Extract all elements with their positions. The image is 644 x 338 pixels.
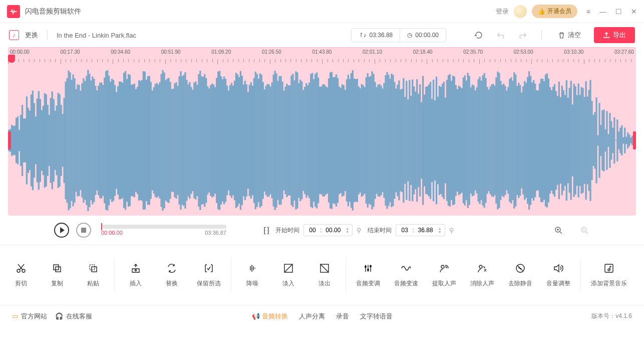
end-ss-input[interactable] <box>416 227 435 234</box>
tool-label: 粘贴 <box>87 279 99 288</box>
start-ss-input[interactable] <box>324 227 343 234</box>
zoom-in-button[interactable] <box>553 225 564 236</box>
selection-duration-box[interactable]: ↾♪ 03:36.88 <box>352 29 400 42</box>
svg-rect-293 <box>446 80 448 201</box>
svg-rect-281 <box>428 84 430 196</box>
footer-link[interactable]: 录音 <box>336 312 349 321</box>
refresh-button[interactable] <box>472 29 485 42</box>
vip-button[interactable]: 👍 开通会员 <box>532 5 577 18</box>
svg-rect-194 <box>298 83 299 198</box>
official-site-link[interactable]: ▭ 官方网站 <box>12 312 47 321</box>
svg-rect-109 <box>171 89 172 192</box>
svg-rect-191 <box>293 80 295 201</box>
cursor-time-box[interactable]: ◷ 00:00.00 <box>400 29 446 42</box>
tool-cut[interactable]: 剪切 <box>10 262 32 288</box>
tool-fade-out[interactable]: 淡出 <box>313 262 336 288</box>
tool-pitch[interactable]: 音频变调 <box>356 262 380 288</box>
svg-rect-11 <box>25 118 26 162</box>
svg-rect-115 <box>180 71 181 210</box>
svg-rect-79 <box>126 79 128 202</box>
tool-noise-reduce[interactable]: 降噪 <box>241 262 263 288</box>
zoom-out-button[interactable] <box>579 225 590 236</box>
tool-extract-vocal[interactable]: 提取人声 <box>432 262 456 288</box>
tool-paste[interactable]: 粘贴 <box>82 262 104 288</box>
change-file-button[interactable]: 更换 <box>25 31 38 40</box>
tool-replace[interactable]: 替换 <box>161 262 183 288</box>
svg-rect-76 <box>122 83 123 198</box>
svg-rect-209 <box>320 87 322 195</box>
end-spinner[interactable]: ▲▼ <box>438 227 442 234</box>
svg-rect-197 <box>302 90 304 191</box>
svg-rect-376 <box>570 81 572 200</box>
svg-rect-297 <box>452 76 454 205</box>
svg-rect-82 <box>131 85 132 197</box>
filename: In the End - Linkin Park.flac <box>57 32 136 39</box>
menu-icon[interactable]: ≡ <box>586 8 590 16</box>
svg-rect-284 <box>433 80 434 201</box>
tool-volume[interactable]: 音量调整 <box>546 262 570 288</box>
support-link[interactable]: 🎧 在线客服 <box>55 312 92 321</box>
svg-rect-283 <box>431 99 433 182</box>
footer-link[interactable]: 📢 音频转换 <box>252 312 288 321</box>
svg-rect-94 <box>149 76 150 205</box>
time-ruler[interactable]: 00:00.0000:17.3000:34.6000:51.9001:09.20… <box>8 47 636 65</box>
start-spinner[interactable]: ▲▼ <box>346 227 349 234</box>
svg-rect-8 <box>20 115 22 166</box>
start-mm-input[interactable] <box>307 227 318 234</box>
export-button[interactable]: 导出 <box>594 27 635 43</box>
start-pin-icon[interactable]: ⚲ <box>357 227 362 234</box>
login-link[interactable]: 登录 <box>496 7 509 16</box>
svg-rect-246 <box>376 87 378 194</box>
svg-rect-322 <box>489 87 491 195</box>
selection-handle-right[interactable] <box>633 131 636 149</box>
selection-brackets-icon[interactable]: ⁅⁆ <box>263 226 269 235</box>
svg-rect-110 <box>172 89 174 193</box>
svg-rect-219 <box>336 74 337 207</box>
svg-rect-272 <box>415 92 416 190</box>
end-time-field[interactable]: : ▲▼ <box>396 224 445 236</box>
svg-rect-175 <box>270 87 271 194</box>
divider <box>541 30 542 40</box>
tool-insert[interactable]: 插入 <box>125 262 147 288</box>
playhead-marker[interactable] <box>8 55 15 63</box>
stop-button[interactable] <box>76 223 91 238</box>
svg-rect-362 <box>549 87 551 194</box>
progress-bar[interactable] <box>101 225 226 229</box>
tool-copy[interactable]: 复制 <box>46 262 68 288</box>
redo-button[interactable] <box>516 29 529 42</box>
footer-link[interactable]: 文字转语音 <box>360 312 393 321</box>
waveform-area[interactable] <box>8 65 636 216</box>
maximize-icon[interactable]: ☐ <box>615 8 622 16</box>
end-mm-input[interactable] <box>399 227 410 234</box>
minimize-icon[interactable]: — <box>599 8 606 16</box>
svg-rect-401 <box>607 134 609 146</box>
tool-label: 音频变速 <box>394 279 418 288</box>
tool-speed[interactable]: 音频变速 <box>394 262 418 288</box>
play-button[interactable] <box>54 223 69 238</box>
svg-rect-373 <box>566 80 567 201</box>
svg-rect-105 <box>165 80 167 201</box>
svg-rect-128 <box>199 71 201 210</box>
svg-rect-93 <box>147 76 149 205</box>
tool-remove-vocal[interactable]: 消除人声 <box>470 262 494 288</box>
close-icon[interactable]: ✕ <box>631 8 637 16</box>
svg-rect-287 <box>437 97 439 185</box>
svg-rect-113 <box>177 86 178 195</box>
start-time-field[interactable]: : ▲▼ <box>303 224 353 236</box>
svg-rect-247 <box>378 85 379 197</box>
svg-rect-140 <box>217 72 219 210</box>
svg-rect-223 <box>342 84 343 197</box>
tool-fade-in[interactable]: 淡入 <box>277 262 299 288</box>
footer-link[interactable]: 人声分离 <box>299 312 325 321</box>
clear-button[interactable]: 清空 <box>554 29 585 42</box>
svg-rect-19 <box>37 98 38 182</box>
tool-keep-selection[interactable]: 保留所选 <box>197 262 221 288</box>
ruler-label: 01:43.80 <box>312 49 332 55</box>
tool-add-bgm[interactable]: 添加背景音乐 <box>591 262 627 288</box>
undo-button[interactable] <box>494 29 507 42</box>
svg-rect-308 <box>469 76 470 205</box>
selection-handle-left[interactable] <box>8 131 11 149</box>
tool-remove-silence[interactable]: 去除静音 <box>508 262 532 288</box>
avatar[interactable] <box>514 5 527 18</box>
end-pin-icon[interactable]: ⚲ <box>449 227 454 234</box>
